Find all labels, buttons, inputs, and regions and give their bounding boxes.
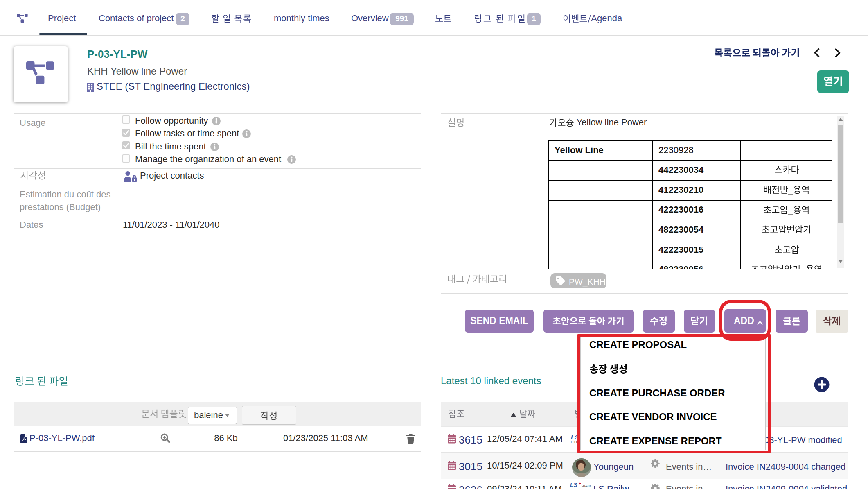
svg-text:ELECTRIC: ELECTRIC — [582, 484, 591, 487]
svg-text:LS: LS — [570, 482, 578, 488]
